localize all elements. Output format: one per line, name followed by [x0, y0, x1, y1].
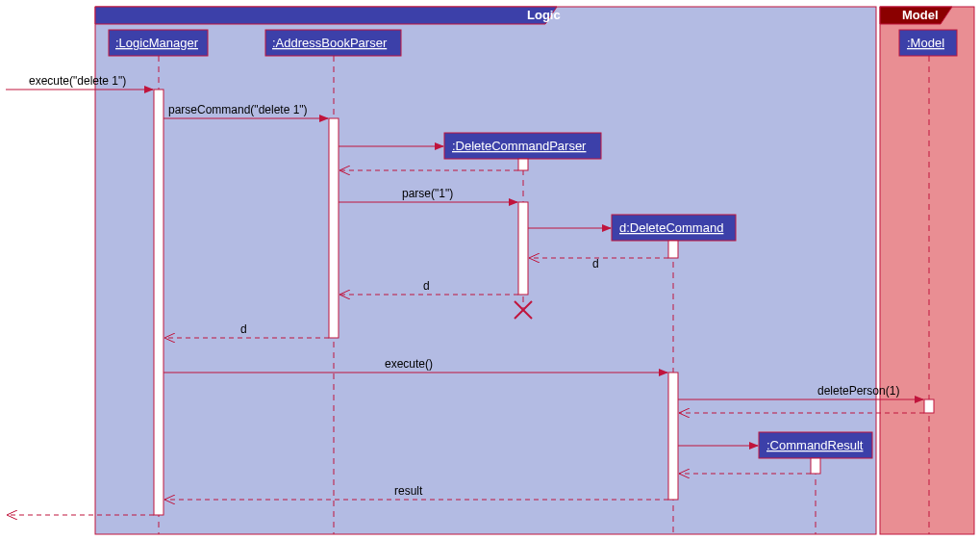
msg-return-d1-label: d [592, 257, 599, 270]
addressbookparser-label: :AddressBookParser [272, 36, 388, 50]
msg-return-d3-label: d [240, 322, 247, 336]
msg-execute-label: execute() [385, 357, 433, 371]
deletecommand-activation-1 [668, 241, 678, 258]
deletecommand-activation-2 [668, 373, 678, 500]
model-activation [924, 399, 934, 413]
msg-deleteperson-label: deletePerson(1) [817, 384, 899, 398]
deletecommandparser-label: :DeleteCommandParser [452, 139, 587, 153]
model-frame [880, 7, 974, 534]
logicmanager-activation [154, 90, 163, 515]
msg-result-label: result [394, 484, 423, 498]
logic-frame-title: Logic [527, 8, 561, 22]
msg-parse1-label: parse("1") [402, 187, 453, 200]
deletecommandparser-activation-1 [518, 159, 528, 170]
msg-execute-in-label: execute("delete 1") [29, 74, 126, 88]
sequence-diagram: Logic Model :LogicManager :AddressBookPa… [0, 0, 980, 540]
msg-parsecommand-label: parseCommand("delete 1") [168, 103, 308, 116]
commandresult-label: :CommandResult [766, 438, 864, 452]
logic-frame-label [95, 7, 557, 24]
logicmanager-label: :LogicManager [115, 36, 199, 50]
addressbookparser-activation [329, 118, 339, 338]
model-frame-title: Model [902, 8, 939, 22]
model-label: :Model [907, 36, 944, 50]
commandresult-activation [811, 458, 820, 474]
msg-return-d2-label: d [423, 279, 430, 293]
deletecommand-label: d:DeleteCommand [619, 220, 723, 235]
deletecommandparser-activation-2 [518, 202, 528, 295]
